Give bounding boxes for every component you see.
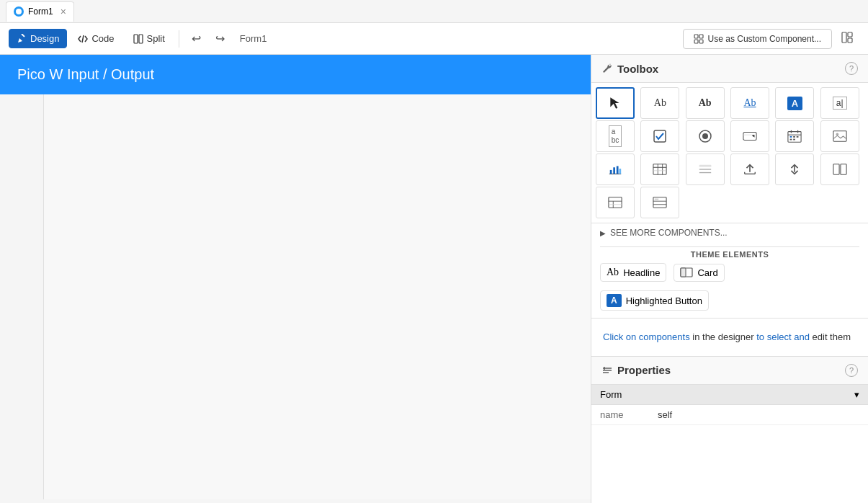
- input-icon: a|: [833, 97, 847, 110]
- hint-box: Click on components in the designer to s…: [591, 318, 868, 356]
- tool-hform[interactable]: [596, 187, 635, 218]
- tool-vsplit[interactable]: [775, 153, 814, 185]
- svg-rect-13: [654, 130, 666, 142]
- tool-datagrid[interactable]: [640, 153, 679, 185]
- tab-close-button[interactable]: ×: [61, 6, 66, 17]
- tool-dropdown[interactable]: [730, 120, 769, 152]
- svg-rect-11: [848, 38, 852, 43]
- main-layout: Pico W Input / Output Toolbox ? Ab: [0, 55, 868, 503]
- canvas-title: Pico W Input / Output: [17, 66, 154, 82]
- theme-highlighted-button[interactable]: A Highlighted Button: [600, 290, 709, 311]
- tool-text-label[interactable]: Ab: [640, 87, 679, 119]
- design-icon: [17, 34, 27, 44]
- svg-rect-49: [609, 197, 622, 208]
- properties-dropdown-arrow: ▾: [854, 389, 859, 400]
- tool-vlist[interactable]: [640, 187, 679, 218]
- upload-icon: [743, 162, 757, 177]
- design-button[interactable]: Design: [9, 29, 67, 48]
- tool-button[interactable]: A: [775, 87, 814, 119]
- tool-upload[interactable]: [730, 153, 769, 185]
- right-panel: Toolbox ? Ab Ab Ab A: [591, 55, 868, 503]
- toolbar-divider-1: [179, 30, 179, 48]
- properties-dropdown-label: Form: [600, 389, 622, 400]
- undo-redo-group: ↩ ↪: [185, 27, 231, 50]
- custom-component-button[interactable]: Use as Custom Component...: [683, 29, 832, 49]
- multiline-icon: abc: [609, 125, 622, 147]
- tool-text-link[interactable]: Ab: [730, 87, 769, 119]
- theme-items: Ab Headline Card: [600, 263, 859, 282]
- undo-button[interactable]: ↩: [185, 27, 207, 50]
- svg-rect-58: [681, 268, 686, 277]
- code-button[interactable]: Code: [70, 29, 122, 48]
- svg-rect-47: [833, 164, 839, 175]
- image-icon: [833, 129, 847, 143]
- text-link-icon: Ab: [743, 97, 756, 109]
- props-val-name: self: [658, 409, 672, 420]
- canvas-area[interactable]: Pico W Input / Output: [0, 55, 591, 503]
- see-more-components[interactable]: ▶ SEE MORE COMPONENTS...: [591, 223, 868, 242]
- tab-icon: [14, 6, 24, 17]
- checkbox-icon: [653, 129, 667, 143]
- see-more-label: SEE MORE COMPONENTS...: [610, 228, 728, 238]
- button-icon: A: [787, 97, 802, 110]
- svg-rect-25: [797, 136, 799, 138]
- svg-rect-3: [134, 35, 138, 43]
- tool-image[interactable]: [820, 120, 859, 152]
- svg-rect-27: [794, 139, 796, 141]
- wrench-icon: [601, 63, 613, 74]
- svg-rect-48: [841, 164, 846, 175]
- svg-marker-12: [610, 97, 619, 109]
- svg-line-2: [82, 35, 84, 43]
- tool-calendar[interactable]: [775, 120, 814, 152]
- tool-multiline[interactable]: abc: [596, 120, 635, 152]
- svg-rect-5: [694, 35, 698, 38]
- theme-headline[interactable]: Ab Headline: [600, 263, 666, 282]
- layout-icon: [841, 32, 853, 43]
- svg-rect-35: [653, 164, 666, 175]
- text-label-icon: Ab: [654, 97, 666, 109]
- svg-rect-33: [617, 166, 619, 174]
- tool-radio[interactable]: [686, 120, 725, 152]
- split-icon: [133, 34, 143, 44]
- vlist-icon: [653, 195, 667, 210]
- layout-toggle-button[interactable]: [835, 27, 859, 50]
- hint-to-select: to select and: [756, 331, 810, 342]
- svg-rect-26: [790, 139, 792, 141]
- see-more-arrow: ▶: [600, 229, 606, 237]
- tool-hgrid[interactable]: [686, 153, 725, 185]
- text-bold-icon: Ab: [699, 97, 712, 109]
- card-icon: [680, 267, 693, 277]
- properties-title: Properties: [601, 364, 671, 376]
- toolbox-header: Toolbox ?: [591, 55, 868, 83]
- headline-label: Headline: [623, 267, 660, 278]
- svg-rect-31: [610, 170, 612, 174]
- canvas-content[interactable]: [43, 94, 591, 499]
- dropdown-icon: [743, 129, 757, 143]
- svg-rect-1: [21, 34, 25, 37]
- headline-icon: Ab: [607, 267, 619, 278]
- highlighted-button-label: Highlighted Button: [626, 295, 702, 306]
- datagrid-icon: [653, 162, 667, 177]
- tool-cursor[interactable]: [596, 87, 635, 119]
- redo-button[interactable]: ↪: [209, 27, 231, 50]
- properties-dropdown[interactable]: Form ▾: [591, 385, 868, 405]
- properties-help-icon[interactable]: ?: [845, 364, 858, 377]
- props-key-name: name: [600, 409, 658, 420]
- hgrid-icon: [698, 162, 712, 177]
- code-icon: [78, 34, 88, 44]
- theme-card[interactable]: Card: [674, 264, 724, 282]
- chart-icon: [608, 162, 622, 177]
- svg-rect-43: [699, 165, 710, 167]
- tool-checkbox[interactable]: [640, 120, 679, 152]
- tool-grid: Ab Ab Ab A a| abc: [591, 83, 868, 223]
- tab-form1[interactable]: Form1 ×: [6, 1, 74, 22]
- columns-icon: [833, 162, 847, 177]
- tool-columns[interactable]: [820, 153, 859, 185]
- calendar-icon: [787, 129, 802, 143]
- toolbox-help-icon[interactable]: ?: [845, 62, 858, 75]
- tool-text-bold[interactable]: Ab: [686, 87, 725, 119]
- tool-input[interactable]: a|: [820, 87, 859, 119]
- split-button[interactable]: Split: [125, 29, 173, 48]
- tool-chart[interactable]: [596, 153, 635, 185]
- toolbox-title: Toolbox: [601, 63, 658, 75]
